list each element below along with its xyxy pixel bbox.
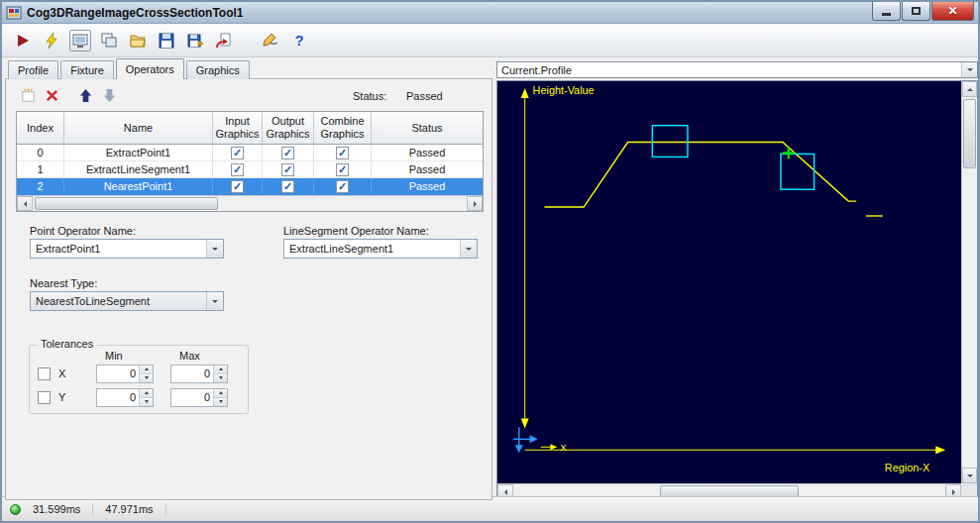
profile-plot[interactable]: Height-ValueRegion-XX xyxy=(497,81,961,483)
cell-index: 1 xyxy=(17,161,64,177)
spinner-value: 0 xyxy=(171,389,213,406)
linesegment-operator-value: ExtractLineSegment1 xyxy=(284,243,460,255)
spinner-value: 0 xyxy=(97,389,139,406)
operator-table-header: IndexNameInput GraphicsOutput GraphicsCo… xyxy=(17,112,483,145)
spin-down-icon[interactable] xyxy=(214,374,227,382)
spin-up-icon[interactable] xyxy=(140,389,153,398)
copy-windows-icon[interactable] xyxy=(98,30,120,52)
save-as-icon[interactable] xyxy=(184,30,206,52)
operators-tab-page: Status: Passed IndexNameInput GraphicsOu… xyxy=(5,78,492,500)
window-title: Cog3DRangeImageCrossSectionTool1 xyxy=(27,6,871,20)
scrollbar-thumb[interactable] xyxy=(963,99,976,168)
column-header[interactable]: Output Graphics xyxy=(263,112,314,144)
checkbox-checked[interactable]: ✓ xyxy=(281,180,294,193)
chevron-down-icon[interactable] xyxy=(206,292,223,310)
operator-table-hscrollbar[interactable] xyxy=(17,195,483,211)
scrollbar-thumb[interactable] xyxy=(35,197,218,210)
scroll-down-button[interactable] xyxy=(962,468,977,483)
profile-vscrollbar[interactable] xyxy=(961,81,977,483)
save-file-icon[interactable] xyxy=(156,30,177,52)
cell-index: 0 xyxy=(17,145,64,160)
chevron-down-icon[interactable] xyxy=(961,62,977,77)
application-window: Cog3DRangeImageCrossSectionTool1 ✕ ? Pro… xyxy=(0,0,980,523)
tolerance-min-spinner[interactable]: 0 xyxy=(96,365,154,383)
scrollbar-track[interactable] xyxy=(962,97,977,468)
close-button[interactable]: ✕ xyxy=(931,2,974,21)
new-operator-icon[interactable] xyxy=(18,85,38,105)
tab-profile[interactable]: Profile xyxy=(8,60,58,79)
result-display-icon[interactable] xyxy=(69,30,91,52)
electric-icon[interactable] xyxy=(41,30,62,52)
tolerance-checkbox[interactable] xyxy=(38,367,51,380)
point-operator-combobox[interactable]: ExtractPoint1 xyxy=(30,239,224,259)
tab-operators[interactable]: Operators xyxy=(116,58,184,79)
scroll-left-button[interactable] xyxy=(17,196,33,211)
profile-source-combobox[interactable]: Current.Profile xyxy=(496,61,978,78)
checkbox-checked[interactable]: ✓ xyxy=(336,180,349,193)
spin-up-icon[interactable] xyxy=(140,366,153,374)
combine-graphics-cell: ✓ xyxy=(314,145,372,160)
column-header[interactable]: Status xyxy=(372,112,483,144)
checkbox-checked[interactable]: ✓ xyxy=(336,163,349,176)
tolerance-max-spinner[interactable]: 0 xyxy=(170,365,228,383)
spin-down-icon[interactable] xyxy=(140,374,153,382)
column-header[interactable]: Input Graphics xyxy=(213,112,263,144)
maximize-button[interactable] xyxy=(902,2,930,21)
open-file-icon[interactable] xyxy=(127,30,149,52)
help-icon[interactable]: ? xyxy=(288,30,310,52)
checkbox-checked[interactable]: ✓ xyxy=(231,180,244,193)
spin-up-icon[interactable] xyxy=(214,389,227,398)
spinner-value: 0 xyxy=(97,366,139,382)
chevron-down-icon[interactable] xyxy=(460,240,477,258)
nearest-type-value: NearestToLineSegment xyxy=(31,295,206,307)
column-header[interactable]: Combine Graphics xyxy=(314,112,372,144)
spin-up-icon[interactable] xyxy=(214,366,227,374)
spin-down-icon[interactable] xyxy=(140,398,153,406)
move-up-icon[interactable] xyxy=(75,85,95,105)
column-header[interactable]: Name xyxy=(64,112,213,144)
input-graphics-cell: ✓ xyxy=(213,145,263,160)
scroll-up-button[interactable] xyxy=(962,81,977,97)
checkbox-checked[interactable]: ✓ xyxy=(231,147,244,159)
move-down-icon[interactable] xyxy=(99,85,119,105)
tolerance-row: Y00 xyxy=(38,387,242,407)
checkbox-checked[interactable]: ✓ xyxy=(281,163,294,176)
tab-graphics[interactable]: Graphics xyxy=(186,60,250,79)
checkbox-checked[interactable]: ✓ xyxy=(231,163,244,176)
tolerances-title: Tolerances xyxy=(37,338,97,350)
tolerance-min-spinner[interactable]: 0 xyxy=(96,388,154,407)
output-graphics-cell: ✓ xyxy=(263,161,314,177)
tolerance-checkbox[interactable] xyxy=(38,391,51,404)
profile-plot-svg: Height-ValueRegion-XX xyxy=(497,81,961,483)
status-label: Status: xyxy=(353,90,386,102)
profile-source-value: Current.Profile xyxy=(497,64,961,76)
tab-fixture[interactable]: Fixture xyxy=(60,60,114,79)
input-graphics-cell: ✓ xyxy=(213,178,263,194)
titlebar[interactable]: Cog3DRangeImageCrossSectionTool1 ✕ xyxy=(2,2,978,24)
chevron-down-icon[interactable] xyxy=(206,240,223,258)
checkbox-checked[interactable]: ✓ xyxy=(336,147,349,159)
pen-settings-icon[interactable] xyxy=(260,30,281,52)
operator-table: IndexNameInput GraphicsOutput GraphicsCo… xyxy=(16,111,484,212)
execution-time: 31.599ms xyxy=(33,503,93,515)
table-row[interactable]: 1ExtractLineSegment1✓✓✓Passed xyxy=(17,161,483,178)
linesegment-operator-combobox[interactable]: ExtractLineSegment1 xyxy=(283,239,478,259)
tolerance-max-spinner[interactable]: 0 xyxy=(170,388,228,407)
spinner-value: 0 xyxy=(171,366,213,382)
minimize-button[interactable] xyxy=(872,2,901,21)
run-icon[interactable] xyxy=(12,30,34,52)
checkbox-checked[interactable]: ✓ xyxy=(281,147,294,159)
table-row[interactable]: 0ExtractPoint1✓✓✓Passed xyxy=(17,145,483,161)
scroll-right-button[interactable] xyxy=(467,196,483,211)
column-header[interactable]: Index xyxy=(17,112,64,144)
nearest-type-combobox[interactable]: NearestToLineSegment xyxy=(30,291,224,311)
output-graphics-cell: ✓ xyxy=(263,178,314,194)
profile-display-panel: Current.Profile Height-ValueRegion-XX xyxy=(494,59,980,500)
spin-down-icon[interactable] xyxy=(214,398,227,406)
delete-operator-icon[interactable] xyxy=(42,85,61,105)
table-row[interactable]: 2NearestPoint1✓✓✓Passed xyxy=(17,178,483,195)
svg-text:Region-X: Region-X xyxy=(885,462,930,473)
scrollbar-track[interactable] xyxy=(33,196,467,211)
import-icon[interactable] xyxy=(213,30,235,52)
svg-text:Height-Value: Height-Value xyxy=(533,84,595,96)
